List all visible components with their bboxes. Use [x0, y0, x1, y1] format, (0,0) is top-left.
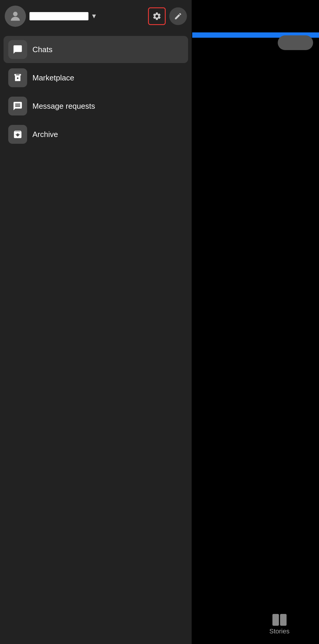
menu-item-marketplace[interactable]: Marketplace	[4, 64, 188, 91]
menu-item-message-requests[interactable]: Message requests	[4, 93, 188, 120]
header-actions	[148, 7, 187, 25]
chat-icon	[13, 44, 23, 55]
chats-icon-wrap	[8, 40, 27, 59]
stories-label: Stories	[269, 628, 290, 635]
message-requests-icon	[13, 101, 23, 111]
archive-icon	[13, 129, 23, 139]
marketplace-label: Marketplace	[32, 73, 74, 82]
stories-bar-2	[280, 614, 287, 626]
right-panel	[192, 0, 319, 644]
header-bar: ▼	[0, 0, 192, 32]
username-bar	[29, 12, 88, 20]
toggle-pill[interactable]	[278, 35, 313, 50]
menu-items-list: Chats Marketplace Message requests	[0, 32, 192, 151]
menu-item-chats[interactable]: Chats	[4, 36, 188, 63]
stories-bar-1	[272, 614, 279, 626]
archive-icon-wrap	[8, 125, 27, 144]
chevron-down-icon[interactable]: ▼	[91, 13, 97, 19]
username-area: ▼	[29, 12, 144, 20]
avatar[interactable]	[5, 6, 26, 27]
stories-area[interactable]: Stories	[269, 614, 290, 635]
menu-item-archive[interactable]: Archive	[4, 121, 188, 148]
menu-overlay: ▼ Chats	[0, 0, 192, 644]
svg-point-0	[13, 12, 17, 16]
chats-label: Chats	[32, 45, 52, 54]
marketplace-icon-wrap	[8, 68, 27, 87]
archive-label: Archive	[32, 130, 58, 139]
marketplace-icon	[13, 73, 23, 83]
compose-button[interactable]	[169, 7, 187, 25]
message-requests-label: Message requests	[32, 102, 95, 111]
stories-icon	[272, 614, 287, 626]
message-requests-icon-wrap	[8, 97, 27, 115]
settings-button[interactable]	[148, 7, 166, 25]
